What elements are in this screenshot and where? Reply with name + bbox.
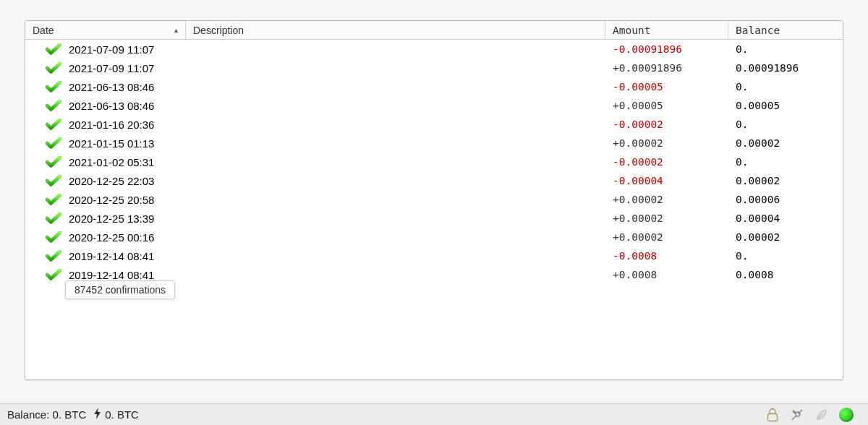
cell-date: 2021-01-16 20:36 xyxy=(25,115,186,134)
table-row[interactable]: 2021-06-13 08:46-0.000050. xyxy=(25,77,843,96)
confirmed-check-icon xyxy=(46,250,61,262)
table-row[interactable]: 2020-12-25 20:58+0.000020.00006 xyxy=(25,190,843,209)
confirmed-check-icon xyxy=(46,156,61,168)
cell-date: 2021-06-13 08:46 xyxy=(25,96,186,115)
cell-date: 2020-12-25 13:39 xyxy=(25,209,186,228)
table-row[interactable]: 2021-07-09 11:07+0.000918960.00091896 xyxy=(25,59,843,77)
cell-date: 2020-12-25 00:16 xyxy=(25,228,186,246)
confirmed-check-icon xyxy=(46,100,61,111)
cell-date: 2021-01-02 05:31 xyxy=(25,153,186,171)
lightning-balance-label: 0. BTC xyxy=(105,408,139,421)
cell-description xyxy=(186,190,605,209)
cell-balance: 0.00004 xyxy=(728,209,843,228)
column-header-amount-label: Amount xyxy=(613,25,650,36)
table-row[interactable]: 2020-12-25 13:39+0.000020.00004 xyxy=(25,209,843,228)
cell-balance: 0.00005 xyxy=(728,96,843,115)
table-row[interactable]: 2019-12-14 08:41-0.00080. xyxy=(25,246,843,265)
cell-date-text: 2020-12-25 13:39 xyxy=(69,212,154,225)
cell-date-text: 2020-12-25 00:16 xyxy=(69,231,154,244)
cell-date: 2019-12-14 08:41 xyxy=(25,246,186,265)
network-status-dot[interactable] xyxy=(839,408,854,422)
confirmed-check-icon xyxy=(46,62,61,74)
cell-description xyxy=(186,59,605,77)
tools-icon[interactable] xyxy=(790,408,804,422)
confirmed-check-icon xyxy=(46,43,61,55)
column-header-description-label: Description xyxy=(193,25,244,36)
cell-date-text: 2021-06-13 08:46 xyxy=(69,100,154,112)
cell-description xyxy=(186,209,605,228)
cell-balance: 0. xyxy=(728,40,843,59)
cell-balance: 0. xyxy=(728,153,843,171)
cell-amount: +0.00005 xyxy=(605,96,728,115)
column-header-date-label: Date xyxy=(33,25,54,36)
cell-amount: +0.00002 xyxy=(605,134,728,153)
cell-date: 2020-12-25 22:03 xyxy=(25,171,186,190)
cell-balance: 0. xyxy=(728,115,843,134)
column-header-balance-label: Balance xyxy=(736,25,780,36)
cell-balance: 0.00002 xyxy=(728,228,843,246)
transactions-table: Date ▴ Description Amount Balance 2021-0… xyxy=(25,21,843,379)
table-row[interactable]: 2021-06-13 08:46+0.000050.00005 xyxy=(25,96,843,115)
cell-amount: +0.00091896 xyxy=(605,59,728,77)
column-header-balance[interactable]: Balance xyxy=(728,21,843,39)
cell-date: 2020-12-25 20:58 xyxy=(25,190,186,209)
cell-description xyxy=(186,228,605,246)
seed-icon[interactable] xyxy=(814,408,829,422)
cell-description xyxy=(186,171,605,190)
lock-icon[interactable] xyxy=(765,408,780,422)
table-body[interactable]: 2021-07-09 11:07-0.000918960.2021-07-09 … xyxy=(25,40,843,379)
table-row[interactable]: 2020-12-25 22:03-0.000040.00002 xyxy=(25,171,843,190)
confirmed-check-icon xyxy=(46,269,61,280)
cell-balance: 0.00002 xyxy=(728,171,843,190)
table-header-row: Date ▴ Description Amount Balance xyxy=(25,21,843,40)
table-row[interactable]: 2021-07-09 11:07-0.000918960. xyxy=(25,40,843,59)
cell-date-text: 2019-12-14 08:41 xyxy=(69,269,154,281)
confirmed-check-icon xyxy=(46,231,61,243)
balance-label: Balance: 0. BTC xyxy=(7,408,86,421)
cell-balance: 0.00006 xyxy=(728,190,843,209)
cell-amount: +0.00002 xyxy=(605,209,728,228)
cell-date-text: 2019-12-14 08:41 xyxy=(69,250,154,262)
table-row[interactable]: 2020-12-25 00:16+0.000020.00002 xyxy=(25,228,843,246)
cell-description xyxy=(186,77,605,96)
sort-indicator-icon: ▴ xyxy=(174,26,178,34)
cell-balance: 0. xyxy=(728,246,843,265)
transactions-panel: Date ▴ Description Amount Balance 2021-0… xyxy=(25,20,843,380)
cell-description xyxy=(186,96,605,115)
confirmed-check-icon xyxy=(46,119,61,130)
cell-amount: -0.0008 xyxy=(605,246,728,265)
table-row[interactable]: 2021-01-02 05:31-0.000020. xyxy=(25,153,843,171)
cell-date: 2021-06-13 08:46 xyxy=(25,77,186,96)
cell-balance: 0.0008 xyxy=(728,265,843,284)
column-header-description[interactable]: Description xyxy=(186,21,605,39)
status-bar: Balance: 0. BTC 0. BTC xyxy=(0,403,868,425)
cell-date-text: 2021-01-02 05:31 xyxy=(69,156,154,168)
cell-date-text: 2021-07-09 11:07 xyxy=(69,43,154,56)
cell-amount: -0.00004 xyxy=(605,171,728,190)
cell-amount: -0.00005 xyxy=(605,77,728,96)
cell-date-text: 2021-07-09 11:07 xyxy=(69,62,154,74)
column-header-date[interactable]: Date ▴ xyxy=(25,21,186,39)
status-icons xyxy=(765,408,861,422)
cell-description xyxy=(186,40,605,59)
cell-date-text: 2020-12-25 22:03 xyxy=(69,175,154,187)
cell-description xyxy=(186,134,605,153)
cell-description xyxy=(186,115,605,134)
cell-description xyxy=(186,153,605,171)
lightning-icon xyxy=(93,408,102,421)
column-header-amount[interactable]: Amount xyxy=(605,21,728,39)
cell-date-text: 2021-01-16 20:36 xyxy=(69,119,154,131)
table-row[interactable]: 2021-01-16 20:36-0.000020. xyxy=(25,115,843,134)
cell-amount: +0.00002 xyxy=(605,228,728,246)
cell-balance: 0. xyxy=(728,77,843,96)
confirmed-check-icon xyxy=(46,212,61,224)
cell-amount: +0.0008 xyxy=(605,265,728,284)
cell-balance: 0.00002 xyxy=(728,134,843,153)
cell-amount: -0.00091896 xyxy=(605,40,728,59)
confirmed-check-icon xyxy=(46,175,61,186)
confirmations-tooltip-text: 87452 confirmations xyxy=(75,284,166,296)
cell-description xyxy=(186,246,605,265)
cell-amount: -0.00002 xyxy=(605,153,728,171)
cell-amount: -0.00002 xyxy=(605,115,728,134)
table-row[interactable]: 2021-01-15 01:13+0.000020.00002 xyxy=(25,134,843,153)
